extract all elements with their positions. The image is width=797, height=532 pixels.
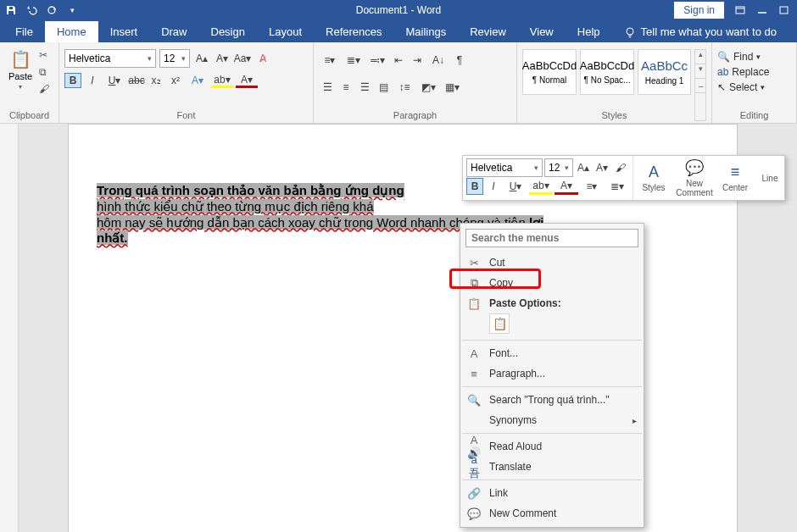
cursor-icon: ↖	[717, 81, 726, 93]
ctx-search-input[interactable]	[465, 229, 638, 247]
tab-insert[interactable]: Insert	[98, 21, 150, 42]
font-dialog-icon: A	[467, 347, 481, 360]
numbering-icon[interactable]: ≣▾	[343, 53, 365, 68]
decrease-indent-icon[interactable]: ⇤	[390, 53, 407, 68]
align-right-icon[interactable]: ☰	[356, 80, 373, 95]
ctx-font[interactable]: AFont...	[460, 343, 644, 363]
increase-indent-icon[interactable]: ⇥	[409, 53, 426, 68]
mini-bold-button[interactable]: B	[466, 178, 483, 195]
align-left-icon[interactable]: ☰	[319, 80, 336, 95]
ctx-smart-search[interactable]: 🔍Search "Trong quá trình..."	[460, 390, 644, 410]
minimize-icon[interactable]	[756, 4, 768, 16]
style-normal[interactable]: AaBbCcDd¶ Normal	[522, 49, 577, 95]
subscript-button[interactable]: x₂	[148, 73, 164, 88]
line-spacing-icon[interactable]: ↕≡	[393, 80, 415, 95]
comment-icon: 💬	[685, 158, 704, 177]
svg-rect-3	[736, 7, 744, 14]
format-painter-icon[interactable]: 🖌	[39, 83, 53, 97]
mini-shrink-font-icon[interactable]: A▾	[594, 159, 610, 176]
mini-styles-button[interactable]: A Styles	[633, 156, 674, 200]
text-effects-icon[interactable]: A▾	[187, 73, 209, 88]
ctx-search[interactable]	[465, 229, 638, 247]
ctx-paste-options: 📋	[460, 313, 644, 337]
tab-review[interactable]: Review	[458, 21, 518, 42]
paragraph-dialog-icon: ≡	[467, 368, 481, 380]
ctx-synonyms[interactable]: Synonyms▸	[460, 410, 644, 430]
mini-line-button[interactable]: Line	[755, 156, 784, 200]
ctx-paragraph[interactable]: ≡Paragraph...	[460, 363, 644, 384]
mini-format-painter-icon[interactable]: 🖌	[612, 159, 629, 176]
mini-center-button[interactable]: ≡ Center	[715, 156, 755, 200]
maximize-icon[interactable]	[778, 4, 790, 16]
mini-new-comment-button[interactable]: 💬 New Comment	[674, 156, 715, 200]
font-family-combo[interactable]: Helvetica▾	[64, 49, 156, 68]
mini-italic-button[interactable]: I	[485, 178, 502, 195]
shading-icon[interactable]: ◩▾	[417, 80, 439, 95]
style-heading1[interactable]: AaBbCcHeading 1	[638, 49, 691, 95]
align-center-icon[interactable]: ≡	[337, 80, 354, 95]
change-case-icon[interactable]: Aa▾	[234, 51, 251, 66]
qat-more-icon[interactable]: ▾	[66, 4, 78, 16]
font-color-icon[interactable]: A▾	[236, 73, 258, 88]
ctx-paste-options-label: 📋Paste Options:	[460, 293, 644, 313]
tab-draw[interactable]: Draw	[149, 21, 198, 42]
ctx-read-aloud[interactable]: A🔊Read Aloud	[460, 436, 644, 457]
ctx-copy[interactable]: ⧉Copy	[460, 273, 644, 293]
highlight-icon[interactable]: ab▾	[211, 73, 233, 88]
shrink-font-icon[interactable]: A▾	[214, 51, 231, 66]
undo-icon[interactable]	[25, 4, 37, 16]
strikethrough-button[interactable]: abc	[128, 73, 145, 88]
mini-highlight-icon[interactable]: ab▾	[529, 178, 553, 195]
clear-formatting-icon[interactable]: A̷	[254, 51, 271, 66]
group-paragraph: ≡▾ ≣▾ ≕▾ ⇤ ⇥ A↓ ¶ ☰ ≡ ☰ ▤ ↕≡ ◩▾ ▦▾ Parag…	[314, 42, 517, 123]
save-icon[interactable]	[5, 4, 17, 16]
show-marks-icon[interactable]: ¶	[451, 53, 468, 68]
find-button[interactable]: 🔍Find▾	[717, 49, 791, 64]
tab-view[interactable]: View	[518, 21, 566, 42]
mini-grow-font-icon[interactable]: A▴	[575, 159, 592, 176]
mini-underline-button[interactable]: U▾	[504, 178, 527, 195]
bold-button[interactable]: B	[64, 73, 81, 88]
mini-toolbar: Helvetica▾ 12▾ A▴ A▾ 🖌 B I U▾ ab▾ A▾ ≡▾ …	[462, 155, 785, 201]
tab-help[interactable]: Help	[566, 21, 612, 42]
cut-icon[interactable]: ✂	[39, 49, 53, 63]
link-icon: 🔗	[467, 487, 481, 500]
select-button[interactable]: ↖Select▾	[717, 80, 791, 95]
tab-references[interactable]: References	[314, 21, 393, 42]
copy-icon[interactable]: ⧉	[39, 66, 53, 80]
tab-file[interactable]: File	[3, 21, 45, 42]
paste-keep-source-icon[interactable]: 📋	[489, 313, 510, 334]
style-nospacing[interactable]: AaBbCcDd¶ No Spac...	[580, 49, 634, 95]
replace-icon: ab	[717, 66, 728, 78]
ctx-cut[interactable]: ✂Cut	[460, 252, 644, 273]
tab-home[interactable]: Home	[45, 21, 98, 42]
ctx-link[interactable]: 🔗Link	[460, 483, 644, 503]
borders-icon[interactable]: ▦▾	[441, 80, 463, 95]
clipboard-icon: 📋	[10, 49, 31, 69]
ctx-new-comment[interactable]: 💬New Comment	[460, 503, 644, 524]
tellme[interactable]: Tell me what you want to do	[612, 21, 789, 42]
replace-button[interactable]: abReplace	[717, 64, 791, 80]
mini-font-combo[interactable]: Helvetica▾	[466, 158, 543, 177]
grow-font-icon[interactable]: A▴	[193, 51, 210, 66]
multilevel-icon[interactable]: ≕▾	[366, 53, 388, 68]
mini-bullets-icon[interactable]: ≡▾	[580, 178, 604, 195]
redo-icon[interactable]	[46, 4, 58, 16]
mini-numbering-icon[interactable]: ≣▾	[605, 178, 629, 195]
sort-icon[interactable]: A↓	[427, 53, 449, 68]
underline-button[interactable]: U▾	[103, 73, 125, 88]
tab-design[interactable]: Design	[199, 21, 257, 42]
tab-mailings[interactable]: Mailings	[394, 21, 459, 42]
mini-size-combo[interactable]: 12▾	[544, 158, 573, 177]
signin-button[interactable]: Sign in	[674, 2, 724, 19]
justify-icon[interactable]: ▤	[375, 80, 392, 95]
superscript-button[interactable]: x²	[167, 73, 184, 88]
ribbon-options-icon[interactable]	[734, 4, 746, 16]
font-size-combo[interactable]: 12▾	[159, 49, 190, 68]
tab-layout[interactable]: Layout	[257, 21, 314, 42]
mini-font-color-icon[interactable]: A▾	[555, 178, 578, 195]
ctx-translate[interactable]: a吾Translate	[460, 457, 644, 477]
italic-button[interactable]: I	[84, 73, 101, 88]
copy-icon: ⧉	[467, 276, 481, 290]
bullets-icon[interactable]: ≡▾	[319, 53, 341, 68]
